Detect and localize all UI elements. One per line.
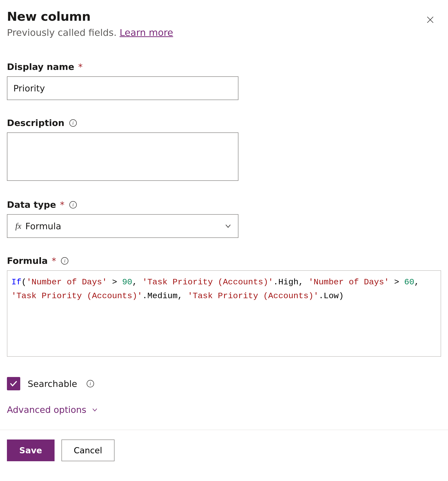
formula-label-text: Formula [7,256,48,266]
close-button[interactable] [425,14,436,25]
subtitle-text: Previously called fields. [7,27,120,38]
footer: Save Cancel [0,430,448,471]
learn-more-link[interactable]: Learn more [120,27,173,38]
description-label-text: Description [7,118,64,128]
searchable-checkbox[interactable] [7,377,20,390]
data-type-label-text: Data type [7,200,56,210]
chevron-down-icon [224,222,232,230]
display-name-label-text: Display name [7,62,74,72]
formula-label: Formula * i [7,256,441,266]
info-icon[interactable]: i [69,201,77,209]
close-icon [426,15,435,24]
info-icon[interactable]: i [69,119,77,127]
info-icon[interactable]: i [61,257,68,265]
description-label: Description i [7,118,441,128]
description-input[interactable] [7,132,238,181]
cancel-button[interactable]: Cancel [61,439,115,461]
formula-editor[interactable]: If('Number of Days' > 90, 'Task Priority… [7,270,441,357]
required-marker: * [60,200,64,210]
panel-subtitle: Previously called fields. Learn more [7,27,441,38]
check-icon [9,379,18,388]
required-marker: * [78,62,83,72]
display-name-label: Display name * [7,62,441,72]
data-type-value: Formula [25,221,220,231]
display-name-input[interactable] [7,76,238,100]
advanced-options-toggle[interactable]: Advanced options [7,405,441,415]
fx-icon: fx [15,221,21,231]
data-type-label: Data type * i [7,200,441,210]
chevron-down-icon [91,406,98,413]
info-icon[interactable]: i [87,380,94,387]
panel-title: New column [7,9,441,24]
searchable-label: Searchable [28,379,77,389]
save-button[interactable]: Save [7,439,55,461]
required-marker: * [52,256,56,266]
advanced-options-label: Advanced options [7,405,86,415]
data-type-dropdown[interactable]: fx Formula [7,214,238,238]
